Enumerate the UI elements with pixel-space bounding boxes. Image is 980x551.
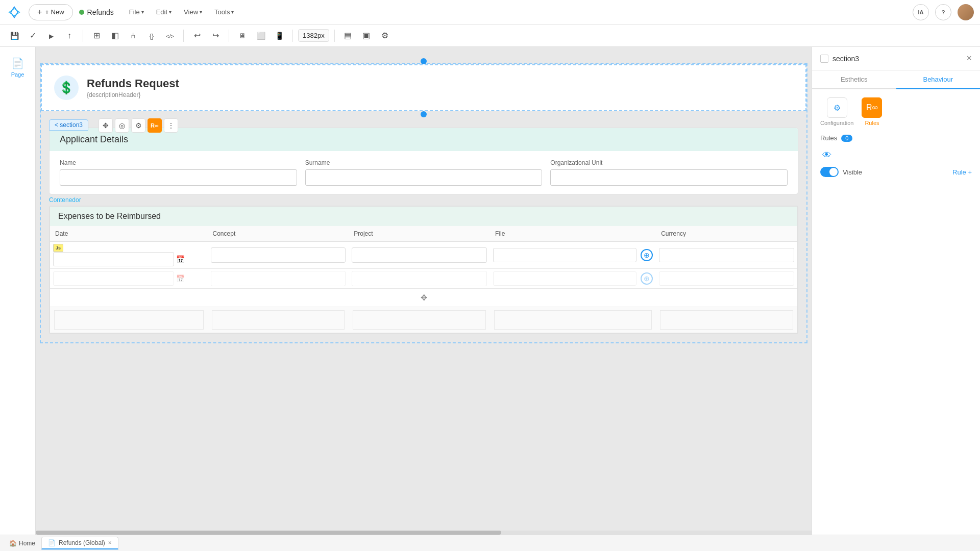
- form-header: 💲 Refunds Request {descriptionHeader}: [41, 64, 806, 111]
- undo-button[interactable]: [189, 28, 205, 44]
- check-button[interactable]: [24, 28, 41, 44]
- settings-button[interactable]: [377, 28, 393, 44]
- concept-cell-2: [208, 269, 349, 289]
- date-input-2[interactable]: [53, 271, 174, 286]
- sidebar-item-page[interactable]: 📄 Page: [6, 55, 30, 80]
- nav-tools[interactable]: Tools ▾: [209, 5, 239, 19]
- upload-btn-1[interactable]: ⊕: [641, 249, 653, 261]
- date-input-group: 📅: [53, 252, 205, 266]
- move-icon[interactable]: ✥: [53, 291, 794, 305]
- tablet-view-button[interactable]: [253, 28, 269, 44]
- config-label: Configuration: [820, 120, 853, 126]
- section-name-label: section3: [832, 55, 859, 63]
- empty-cell-5: [656, 307, 797, 333]
- tab-close-button[interactable]: ×: [108, 539, 112, 546]
- resize-handle-top: [36, 57, 812, 63]
- tablet-icon: [257, 31, 265, 40]
- expenses-header: Expenses to be Reimbursed: [50, 207, 797, 226]
- concept-input-1[interactable]: [211, 247, 346, 263]
- target-ctrl-button[interactable]: ◎: [115, 118, 129, 133]
- desktop-view-button[interactable]: [234, 28, 251, 44]
- tab-behaviour[interactable]: Behaviour: [896, 70, 981, 89]
- org-unit-label: Organizational Unit: [550, 159, 788, 166]
- publish-button[interactable]: [61, 28, 78, 44]
- rules-btn[interactable]: R∞ Rules: [862, 97, 882, 126]
- bottom-bar: 🏠 Home 📄 Refunds (Global) ×: [0, 535, 980, 551]
- file-input-1[interactable]: [493, 248, 636, 262]
- rules-ctrl-button[interactable]: R∞: [148, 118, 162, 133]
- help-button[interactable]: ?: [935, 4, 951, 20]
- org-unit-field-group: Organizational Unit: [550, 159, 788, 186]
- nav-file[interactable]: File ▾: [124, 5, 149, 19]
- layout2-button[interactable]: [358, 28, 375, 44]
- layout1-button[interactable]: [340, 28, 356, 44]
- move-row: ✥: [50, 289, 797, 307]
- nav-edit[interactable]: Edit ▾: [151, 5, 177, 19]
- org-unit-input[interactable]: [550, 169, 788, 186]
- scrollbar-thumb[interactable]: [36, 531, 501, 535]
- canvas-area[interactable]: 💲 Refunds Request {descriptionHeader} < …: [36, 47, 812, 551]
- mid-handle[interactable]: [421, 111, 427, 117]
- surname-label: Surname: [305, 159, 543, 166]
- page-icon: 📄: [11, 57, 24, 69]
- calendar-icon-1[interactable]: 📅: [176, 255, 185, 263]
- new-button[interactable]: + + New: [29, 4, 73, 20]
- project-input-2[interactable]: [352, 271, 487, 286]
- play-icon: [49, 31, 54, 40]
- chevron-down-icon: ▾: [231, 9, 234, 15]
- toolbar: 1382px: [0, 24, 980, 47]
- date-cell-2: 📅: [50, 269, 208, 289]
- mobile-view-button[interactable]: [271, 28, 287, 44]
- calendar-icon-2[interactable]: 📅: [176, 274, 185, 283]
- redo-button[interactable]: [207, 28, 224, 44]
- section3-tab-label: < section3: [55, 121, 83, 129]
- file-input-2[interactable]: [493, 271, 636, 286]
- concept-input-2[interactable]: [211, 271, 346, 286]
- rules-icon: R∞: [862, 97, 882, 118]
- code-button[interactable]: [143, 28, 160, 44]
- date-input-1[interactable]: [53, 252, 174, 266]
- tab-label: Refunds (Global): [59, 539, 105, 546]
- applicant-title: Applicant Details: [60, 134, 788, 145]
- expenses-section: Expenses to be Reimbursed Date Concept P…: [49, 206, 798, 334]
- flow-button[interactable]: [125, 28, 141, 44]
- currency-input-2[interactable]: [659, 271, 794, 286]
- horizontal-scrollbar[interactable]: [36, 531, 812, 535]
- name-input[interactable]: [60, 169, 297, 186]
- gear-ctrl-button[interactable]: ⚙: [131, 118, 145, 133]
- visibility-icon[interactable]: 👁: [822, 150, 972, 161]
- check-icon: [30, 31, 36, 40]
- refunds-tab[interactable]: 📄 Refunds (Global) ×: [41, 537, 118, 549]
- html-button[interactable]: [162, 28, 178, 44]
- move-ctrl-button[interactable]: ✥: [99, 118, 113, 133]
- visible-label: Visible: [843, 168, 862, 176]
- section3-tab[interactable]: < section3: [49, 119, 88, 131]
- settings-icon: [381, 31, 388, 40]
- home-tab[interactable]: 🏠 Home: [4, 538, 40, 549]
- top-handle[interactable]: [421, 58, 427, 64]
- ia-button[interactable]: IA: [913, 4, 929, 20]
- visible-toggle[interactable]: [820, 167, 839, 177]
- panel-tabs: Esthetics Behaviour: [812, 70, 980, 89]
- right-panel: section3 × Esthetics Behaviour ⚙ Configu…: [812, 47, 980, 551]
- currency-input-1[interactable]: [659, 248, 794, 262]
- topbar: + + New Refunds File ▾ Edit ▾ View ▾ Too…: [0, 0, 980, 24]
- project-input-1[interactable]: [352, 247, 487, 263]
- close-panel-button[interactable]: ×: [966, 53, 972, 64]
- upload-icon: [67, 31, 71, 40]
- config-btn[interactable]: ⚙ Configuration: [820, 97, 853, 126]
- tab-esthetics[interactable]: Esthetics: [812, 70, 896, 88]
- nav-view[interactable]: View ▾: [179, 5, 207, 19]
- upload-btn-2[interactable]: ⊕: [641, 272, 653, 285]
- layers-button[interactable]: [107, 28, 123, 44]
- components-button[interactable]: [88, 28, 105, 44]
- add-rule-button[interactable]: Rule +: [952, 168, 972, 176]
- app-logo[interactable]: [6, 4, 22, 20]
- avatar[interactable]: [958, 4, 974, 20]
- more-ctrl-button[interactable]: ⋮: [164, 118, 178, 133]
- surname-input[interactable]: [305, 169, 543, 186]
- panel-content: ⚙ Configuration R∞ Rules Rules 0 👁: [812, 89, 980, 551]
- grid-icon: [93, 31, 100, 40]
- save-button[interactable]: [6, 28, 22, 44]
- run-button[interactable]: [43, 28, 59, 44]
